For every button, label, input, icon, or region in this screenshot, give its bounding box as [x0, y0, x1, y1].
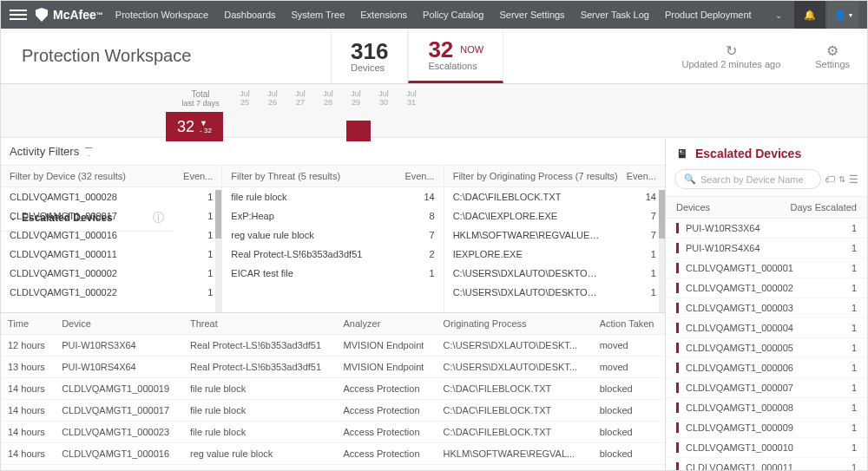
gear-icon: ⚙ [826, 43, 838, 59]
scrollbar[interactable] [659, 190, 665, 312]
filter-row[interactable]: ExP:Heap8 [222, 206, 443, 226]
filter-row[interactable]: CLDLVQAMGT1_0000281 [1, 187, 221, 206]
filter-row[interactable]: CLDLVQAMGT1_0000021 [1, 264, 221, 283]
timeline-bar[interactable] [346, 121, 371, 141]
filter-col-device: Filter by Device (32 results)Even... CLD… [1, 166, 222, 312]
device-row[interactable]: CLDLVQAMGT1_0000031 [666, 298, 867, 318]
filter-row[interactable]: C:\DAC\IEXPLORE.EXE7 [444, 206, 665, 226]
device-row[interactable]: CLDLVQAMGT1_0000041 [666, 318, 867, 338]
filter-row[interactable]: EICAR test file1 [222, 264, 443, 283]
status-bar [676, 223, 679, 233]
timeline-day[interactable]: Jul25 [235, 89, 254, 107]
filter-row[interactable]: C:\USERS\DXLAUTO\DESKTOP\REAL_PROTECT_S.… [444, 264, 665, 283]
device-row[interactable]: CLDLVQAMGT1_0000061 [666, 358, 867, 378]
timeline-day[interactable]: Jul26 [263, 89, 282, 107]
table-row[interactable]: 13 hoursPUI-W10RS4X64Real Protect-LS!6b3… [1, 357, 665, 378]
nav-item[interactable]: Policy Catalog [423, 10, 483, 20]
chevron-down-icon[interactable]: ⌄ [765, 10, 792, 20]
filter-row[interactable]: CLDLVQAMGT1_0000171 [1, 206, 221, 226]
nav-item[interactable]: Protection Workspace [115, 10, 208, 20]
table-row[interactable]: 14 hoursCLDLVQAMGT1_000016reg value rule… [1, 443, 665, 465]
column-header[interactable]: Threat [183, 313, 337, 335]
timeline-day[interactable]: Jul31 [402, 89, 421, 107]
column-header[interactable]: Device [55, 313, 183, 335]
right-pane: 🖥 Escalated Devices 🔍 Search by Device N… [666, 138, 867, 471]
status-bar [676, 442, 679, 453]
filter-row[interactable]: reg value rule block7 [222, 226, 443, 245]
filter-row[interactable]: CLDLVQAMGT1_0000221 [1, 283, 221, 302]
nav-item[interactable]: Extensions [360, 10, 407, 20]
shield-icon [36, 8, 48, 22]
timeline-total: Total last 7 days [174, 89, 227, 108]
status-bar [676, 283, 679, 293]
device-row[interactable]: CLDLVQAMGT1_0000081 [666, 398, 867, 418]
device-row[interactable]: CLDLVQAMGT1_0000091 [666, 418, 867, 438]
timeline-day[interactable]: Jul29 [346, 89, 365, 107]
column-header[interactable]: Originating Process [437, 313, 593, 335]
table-row[interactable]: 14 hoursCLDLVQAMGT1_000023file rule bloc… [1, 422, 665, 443]
filter-row[interactable]: Real Protect-LS!6b353ad3df512 [222, 245, 443, 264]
device-row[interactable]: CLDLVQAMGT1_0000011 [666, 258, 867, 278]
list-icon[interactable]: ☰ [849, 173, 858, 186]
column-header[interactable]: Analyzer [337, 313, 437, 335]
device-row[interactable]: PUI-W10RS4X641 [666, 239, 867, 258]
metric-escalations[interactable]: 32NOW Escalations [408, 29, 503, 83]
timeline-days: Jul25Jul26Jul27Jul28Jul29Jul30Jul31 [235, 89, 421, 107]
nav-item[interactable]: Server Task Log [581, 10, 649, 20]
filter-row[interactable]: C:\USERS\DXLAUTO\DESKTOP\REALPROTECT\RE.… [444, 283, 665, 302]
device-row[interactable]: CLDLVQAMGT1_0000071 [666, 378, 867, 398]
metric-devices[interactable]: 316 Devices [331, 29, 408, 83]
brand-logo[interactable]: McAfee™ [36, 8, 103, 22]
status-bar [676, 303, 679, 313]
nav-item[interactable]: Dashboards [224, 10, 275, 20]
timeline-day[interactable]: Jul28 [319, 89, 338, 107]
filter-row[interactable]: HKLM\SOFTWARE\REGVALUEBLOCK\7 [444, 226, 665, 245]
device-row[interactable]: CLDLVQAMGT1_0000051 [666, 338, 867, 358]
nav-item[interactable]: Server Settings [499, 10, 564, 20]
table-row[interactable]: 12 hoursPUI-W10RS3X64Real Protect-LS!6b3… [1, 335, 665, 357]
timeline-day[interactable]: Jul27 [291, 89, 310, 107]
timeline-strip: ⌄ Escalated Devices i Total last 7 days … [1, 84, 867, 138]
timeline-day[interactable]: Jul30 [374, 89, 393, 107]
device-row[interactable]: CLDLVQAMGT1_0000101 [666, 438, 867, 458]
device-row[interactable]: CLDLVQAMGT1_0000111 [666, 458, 867, 471]
filter-row[interactable]: IEXPLORE.EXE1 [444, 245, 665, 264]
right-panel-columns: DevicesDays Escalated [666, 196, 867, 219]
status-bar [676, 323, 679, 333]
device-search-input[interactable]: 🔍 Search by Device Name [674, 169, 821, 189]
column-header[interactable]: Action Taken [593, 313, 665, 335]
status-bar [676, 263, 679, 273]
device-row[interactable]: CLDLVQAMGT1_0000021 [666, 278, 867, 298]
nav-item[interactable]: System Tree [292, 10, 345, 20]
notifications-button[interactable]: 🔔 [794, 1, 825, 29]
nav-item[interactable]: Product Deployment [665, 10, 752, 20]
filter-col-threat: Filter by Threat (5 results)Even... file… [222, 166, 444, 312]
events-table: TimeDeviceThreatAnalyzerOriginating Proc… [1, 313, 665, 471]
filter-row[interactable]: CLDLVQAMGT1_0000161 [1, 226, 221, 245]
table-row[interactable]: 14 hoursCLDLVQAMGT1_000019file rule bloc… [1, 378, 665, 400]
filter-row[interactable]: C:\DAC\FILEBLOCK.TXT14 [444, 187, 665, 206]
settings-button[interactable]: ⚙ Settings [798, 43, 867, 69]
device-row[interactable]: PUI-W10RS3X641 [666, 219, 867, 239]
refresh-icon: ↻ [726, 43, 737, 59]
activity-filters-header: Activity Filters [1, 138, 665, 166]
search-icon: 🔍 [684, 173, 696, 185]
user-menu-button[interactable]: 👤▾ [827, 1, 858, 29]
filter-icon[interactable] [84, 147, 93, 156]
timeline-total-box[interactable]: 32 ▼- 32 [166, 112, 223, 141]
column-header[interactable]: Time [1, 313, 55, 335]
tag-icon[interactable]: 🏷 [825, 173, 835, 186]
scrollbar[interactable] [215, 190, 221, 312]
top-nav: McAfee™ Protection WorkspaceDashboardsSy… [1, 1, 867, 29]
status-bar [676, 402, 679, 413]
filter-row[interactable]: CLDLVQAMGT1_0000111 [1, 245, 221, 264]
status-bar [676, 383, 679, 393]
table-row[interactable]: 14 hoursCLDLVQAMGT1_000017file rule bloc… [1, 400, 665, 422]
filters-body: Filter by Device (32 results)Even... CLD… [1, 166, 665, 313]
status-bar [676, 422, 679, 433]
filter-row[interactable]: file rule block14 [222, 187, 443, 206]
sort-icon[interactable]: ⇅ [838, 174, 845, 184]
left-pane: Activity Filters Filter by Device (32 re… [1, 138, 666, 471]
hamburger-icon[interactable] [10, 10, 27, 20]
last-updated[interactable]: ↻ Updated 2 minutes ago [665, 43, 799, 69]
